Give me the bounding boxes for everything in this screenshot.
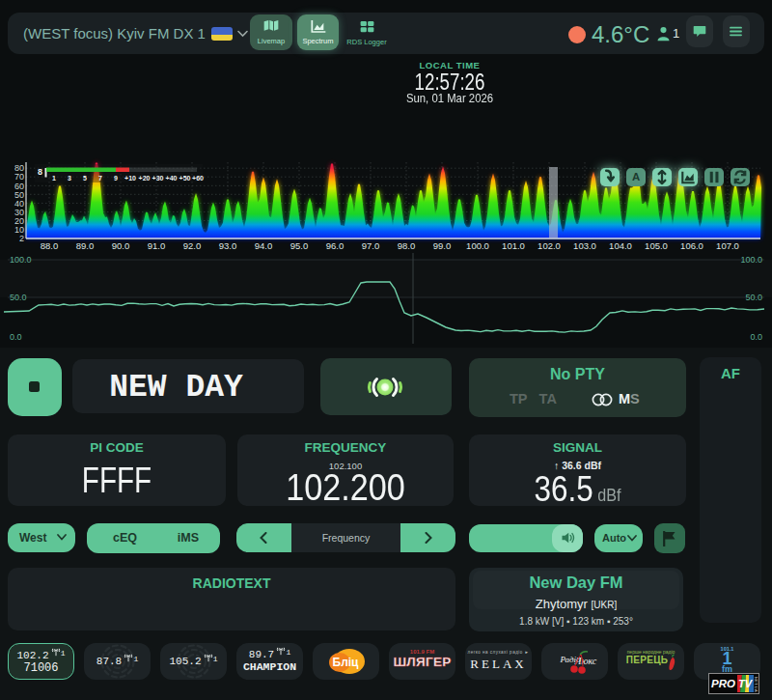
svg-text:3: 3 [68, 175, 71, 182]
svg-text:+20: +20 [139, 175, 151, 182]
svg-text:50.0: 50.0 [745, 293, 762, 302]
svg-text:TV: TV [738, 678, 754, 689]
svg-text:1: 1 [52, 175, 56, 182]
svg-text:107.0: 107.0 [716, 240, 739, 251]
svg-text:102.0: 102.0 [538, 240, 561, 251]
svg-text:91.0: 91.0 [148, 240, 166, 251]
svg-text:95.0: 95.0 [290, 240, 309, 251]
svg-text:92.0: 92.0 [183, 240, 202, 251]
svg-text:Бліц: Бліц [333, 656, 360, 669]
svg-text:98.0: 98.0 [398, 240, 416, 251]
svg-text:100.0: 100.0 [740, 255, 762, 265]
svg-text:103.0: 103.0 [573, 240, 596, 251]
svg-text:9: 9 [114, 175, 118, 182]
svg-text:93.0: 93.0 [219, 240, 237, 251]
svg-text:89.0: 89.0 [76, 240, 95, 251]
svg-text:0.0: 0.0 [750, 332, 762, 342]
svg-text:90.0: 90.0 [112, 240, 130, 251]
svg-text:5: 5 [83, 175, 87, 182]
svg-text:A: A [632, 171, 640, 182]
svg-text:100.0: 100.0 [10, 255, 32, 265]
svg-text:+50: +50 [179, 175, 191, 182]
svg-text:106.0: 106.0 [680, 240, 703, 251]
svg-text:96.0: 96.0 [326, 240, 345, 251]
svg-text:100.0: 100.0 [466, 240, 489, 251]
svg-text:97.0: 97.0 [362, 240, 380, 251]
svg-text:+10: +10 [124, 175, 136, 182]
svg-text:50.0: 50.0 [10, 293, 27, 302]
svg-text:105.0: 105.0 [645, 240, 668, 251]
svg-text:104.0: 104.0 [609, 240, 632, 251]
svg-text:99.0: 99.0 [433, 240, 452, 251]
svg-text:+60: +60 [192, 175, 204, 182]
svg-text:+40: +40 [166, 175, 178, 182]
svg-text:94.0: 94.0 [255, 240, 273, 251]
svg-text:7: 7 [98, 175, 102, 182]
svg-text:88.0: 88.0 [41, 240, 59, 251]
svg-text:101.0: 101.0 [502, 240, 525, 251]
svg-text:8: 8 [38, 167, 42, 177]
svg-text:0.0: 0.0 [10, 332, 22, 342]
svg-text:+30: +30 [152, 175, 164, 182]
svg-text:2: 2 [19, 234, 24, 243]
